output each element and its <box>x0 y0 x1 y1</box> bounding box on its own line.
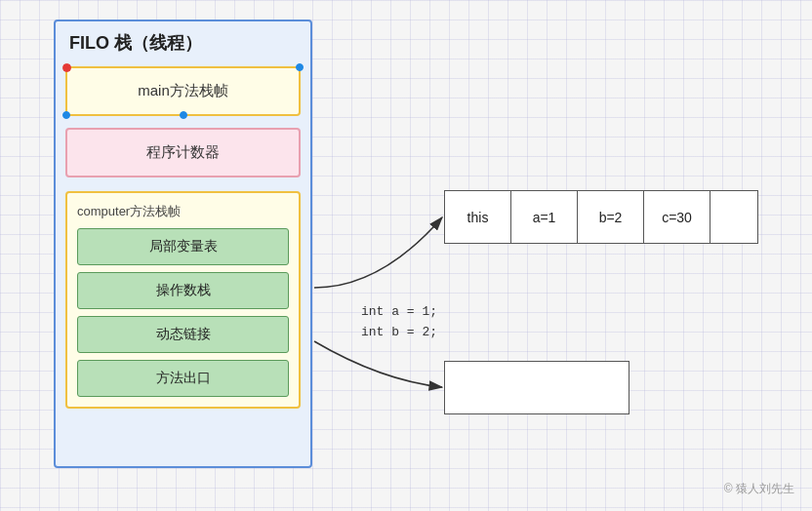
inner-box-operand-stack: 操作数栈 <box>77 272 289 309</box>
program-counter: 程序计数器 <box>65 128 301 177</box>
canvas: FILO 栈（线程） main方法栈帧 程序计数器 computer方法栈帧 局… <box>0 0 812 511</box>
computer-frame-title: computer方法栈帧 <box>77 203 289 220</box>
main-frame: main方法栈帧 <box>65 66 301 116</box>
inner-box-method-exit: 方法出口 <box>77 360 289 397</box>
array-cell-b: b=2 <box>577 190 643 244</box>
dot-blue-bl <box>62 111 70 119</box>
dot-red <box>62 63 71 72</box>
dot-blue-tr <box>296 63 304 71</box>
code-line2: int b = 2; <box>361 323 437 343</box>
empty-box <box>444 361 629 414</box>
computer-frame-outer: computer方法栈帧 局部变量表 操作数栈 动态链接 方法出口 <box>65 191 301 409</box>
array-cell-this: this <box>444 190 510 244</box>
array-cell-empty <box>710 190 758 244</box>
watermark: © 猿人刘先生 <box>724 481 794 497</box>
program-counter-label: 程序计数器 <box>146 143 220 160</box>
array-cell-a: a=1 <box>510 190 577 244</box>
code-line1: int a = 1; <box>361 302 437 323</box>
main-frame-label: main方法栈帧 <box>138 82 228 98</box>
inner-box-dynamic-link: 动态链接 <box>77 316 289 353</box>
code-text: int a = 1; int b = 2; <box>361 302 437 343</box>
array-container: this a=1 b=2 c=30 <box>444 190 758 244</box>
filo-title: FILO 栈（线程） <box>65 31 301 55</box>
filo-container: FILO 栈（线程） main方法栈帧 程序计数器 computer方法栈帧 局… <box>54 20 312 468</box>
inner-box-local-vars: 局部变量表 <box>77 228 289 265</box>
dot-blue-bc <box>180 111 187 119</box>
array-cell-c: c=30 <box>643 190 710 244</box>
